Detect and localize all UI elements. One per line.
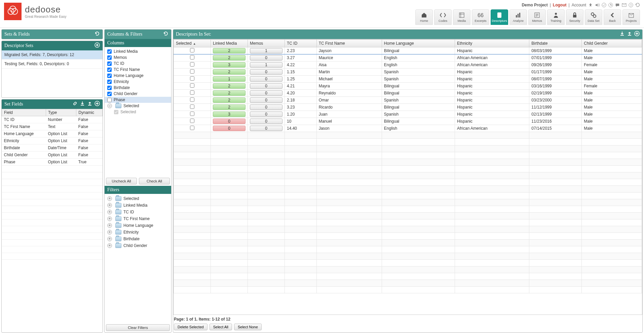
table-row[interactable]: 202.18OmarSpanishHispanic03/23/2000Male bbox=[174, 97, 642, 104]
table-row[interactable]: 212.23JaysonBilingualHispanic08/03/1999M… bbox=[174, 47, 642, 54]
add-icon[interactable] bbox=[94, 101, 100, 108]
nav-excerpts[interactable]: 66Excerpts bbox=[472, 9, 489, 25]
nav-training[interactable]: Training bbox=[547, 9, 565, 25]
memos-pill[interactable]: 0 bbox=[250, 69, 282, 75]
filter-item[interactable]: + Child Gender bbox=[107, 242, 168, 249]
linked-media-pill[interactable]: 2 bbox=[213, 48, 245, 53]
column-checkbox-row[interactable]: Phase bbox=[105, 97, 171, 103]
table-row[interactable]: 0010ManuelBilingualHispanic11/23/2016Mal… bbox=[174, 118, 642, 125]
table-row[interactable]: 314.22AisaEnglishAfrican American09/26/1… bbox=[174, 61, 642, 69]
logout-link[interactable]: Logout bbox=[553, 3, 567, 7]
linked-media-pill[interactable]: 2 bbox=[213, 69, 245, 75]
table-row[interactable]: 204.21MayraBilingualHispanic03/16/1999Fe… bbox=[174, 83, 642, 90]
grid-header[interactable]: Memos bbox=[248, 40, 285, 47]
row-checkbox[interactable] bbox=[190, 97, 194, 102]
column-checkbox[interactable] bbox=[107, 49, 112, 54]
nav-projects[interactable]: Projects bbox=[622, 9, 640, 25]
expand-icon[interactable]: + bbox=[107, 223, 112, 228]
memos-pill[interactable]: 1 bbox=[250, 48, 282, 53]
selected-folder[interactable]: − Selected bbox=[107, 103, 168, 109]
filter-item[interactable]: + Selected bbox=[107, 195, 168, 202]
table-row[interactable]: 204.20ReynaldoBilingualHispanic02/19/199… bbox=[174, 90, 642, 97]
nav-home[interactable]: Home bbox=[415, 9, 433, 25]
filter-item[interactable]: + Home Language bbox=[107, 222, 168, 229]
expand-icon[interactable]: + bbox=[107, 196, 112, 201]
table-row[interactable]: 203.27MauriceEnglishAfrican American07/0… bbox=[174, 54, 642, 61]
expand-icon[interactable]: + bbox=[107, 237, 112, 241]
filter-item[interactable]: + TC First Name bbox=[107, 215, 168, 222]
table-row[interactable]: 301.20JuanSpanishHispanic02/13/1999Male bbox=[174, 111, 642, 118]
filter-item[interactable]: + Linked Media bbox=[107, 202, 168, 209]
descriptor-set-item[interactable]: Testing Set, Fields: 0, Descriptors: 0 bbox=[2, 59, 103, 69]
linked-media-pill[interactable]: 2 bbox=[213, 55, 245, 60]
linked-media-pill[interactable]: 2 bbox=[213, 83, 245, 89]
linked-media-pill[interactable]: 3 bbox=[213, 112, 245, 117]
filter-item[interactable]: + Ethnicity bbox=[107, 229, 168, 236]
grid-header[interactable]: TC First Name bbox=[316, 40, 382, 47]
row-checkbox[interactable] bbox=[190, 69, 194, 74]
column-checkbox[interactable] bbox=[107, 61, 112, 66]
column-checkbox[interactable] bbox=[107, 92, 112, 96]
download-icon[interactable] bbox=[80, 101, 85, 108]
grid-header[interactable]: Linked Media bbox=[211, 40, 248, 47]
grid-header[interactable]: Birthdate bbox=[529, 40, 582, 47]
column-checkbox[interactable] bbox=[107, 98, 112, 102]
linked-media-pill[interactable]: 2 bbox=[213, 97, 245, 103]
filter-item[interactable]: + Birthdate bbox=[107, 236, 168, 242]
row-checkbox[interactable] bbox=[190, 83, 194, 88]
nav-back[interactable]: Back bbox=[604, 9, 621, 25]
column-checkbox-row[interactable]: Home Language bbox=[107, 73, 168, 79]
linked-media-pill[interactable]: 1 bbox=[213, 76, 245, 82]
sound-icon[interactable] bbox=[595, 3, 600, 7]
link-icon[interactable] bbox=[72, 101, 78, 108]
uncheck-all-button[interactable]: Uncheck All bbox=[106, 178, 137, 184]
refresh-icon[interactable] bbox=[94, 31, 100, 38]
help-icon[interactable]: ? bbox=[629, 3, 633, 7]
linked-media-pill[interactable]: 2 bbox=[213, 90, 245, 96]
field-row[interactable]: Home LanguageOption ListFalse bbox=[2, 130, 103, 137]
column-checkbox-row[interactable]: Child Gender bbox=[107, 91, 168, 97]
nav-codes[interactable]: Codes bbox=[434, 9, 452, 25]
account-link[interactable]: Account bbox=[572, 3, 586, 7]
descriptor-set-item[interactable]: Migrated Set, Fields: 7, Descriptors: 12 bbox=[2, 50, 103, 59]
field-row[interactable]: PhaseOption ListTrue bbox=[2, 159, 103, 166]
linked-media-pill[interactable]: 0 bbox=[213, 126, 245, 131]
row-checkbox[interactable] bbox=[190, 62, 194, 67]
memos-pill[interactable]: 0 bbox=[250, 119, 282, 124]
expand-icon[interactable]: + bbox=[107, 203, 112, 208]
expand-icon[interactable]: + bbox=[107, 216, 112, 221]
column-checkbox[interactable] bbox=[107, 80, 112, 84]
memos-pill[interactable]: 0 bbox=[250, 90, 282, 96]
row-checkbox[interactable] bbox=[190, 55, 194, 59]
nav-memos[interactable]: Memos bbox=[528, 9, 546, 25]
clear-filters-button[interactable]: Clear Filters bbox=[106, 324, 170, 331]
collapse-icon[interactable]: − bbox=[107, 103, 112, 108]
field-row[interactable]: TC First NameTextFalse bbox=[2, 123, 103, 130]
col-type[interactable]: Type bbox=[46, 109, 76, 116]
add-icon[interactable] bbox=[94, 42, 100, 49]
select-all-button[interactable]: Select All bbox=[210, 324, 232, 330]
upload-icon[interactable] bbox=[627, 31, 632, 38]
field-row[interactable]: EthnicityOption ListFalse bbox=[2, 137, 103, 144]
row-checkbox[interactable] bbox=[190, 126, 194, 130]
project-name[interactable]: Demo Project bbox=[522, 3, 547, 7]
table-row[interactable]: 0014.40JasonEnglishAfrican American07/14… bbox=[174, 125, 642, 132]
column-checkbox-row[interactable]: Linked Media bbox=[107, 48, 168, 54]
filter-item[interactable]: + TC ID bbox=[107, 209, 168, 215]
nav-descriptors[interactable]: Descriptors bbox=[491, 9, 508, 25]
expand-icon[interactable]: + bbox=[107, 230, 112, 235]
select-none-button[interactable]: Select None bbox=[234, 324, 262, 330]
row-checkbox[interactable] bbox=[190, 90, 194, 95]
memos-pill[interactable]: 0 bbox=[250, 83, 282, 89]
upload-icon[interactable] bbox=[87, 101, 92, 108]
nav-media[interactable]: Media bbox=[453, 9, 470, 25]
linked-media-pill[interactable]: 2 bbox=[213, 105, 245, 110]
col-dynamic[interactable]: Dynamic bbox=[76, 109, 103, 116]
row-checkbox[interactable] bbox=[190, 112, 194, 116]
row-checkbox[interactable] bbox=[190, 48, 194, 52]
add-icon[interactable] bbox=[634, 31, 640, 38]
grid-header[interactable]: Selected▲ bbox=[174, 40, 211, 47]
field-row[interactable]: TC IDNumberFalse bbox=[2, 116, 103, 123]
memos-pill[interactable]: 0 bbox=[250, 76, 282, 82]
memos-pill[interactable]: 0 bbox=[250, 55, 282, 60]
